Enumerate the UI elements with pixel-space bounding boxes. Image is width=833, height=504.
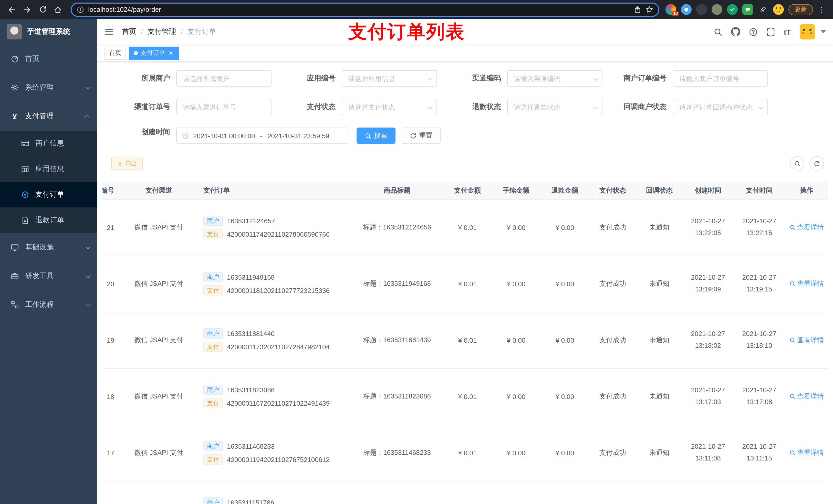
col-fee: 手续金额 <box>492 182 541 199</box>
view-detail-link[interactable]: 查看详情 <box>789 279 824 288</box>
sidebar-item-refund-order[interactable]: 退款订单 <box>0 208 97 233</box>
close-tab-icon[interactable] <box>168 50 174 56</box>
payment-submenu: 商户信息 应用信息 支付订单 <box>0 130 97 233</box>
cell-notify: 未通知 <box>636 368 682 425</box>
extension-icon[interactable] <box>696 4 707 15</box>
merchant-select[interactable] <box>176 70 271 87</box>
sidebar-toggle-icon[interactable] <box>104 27 114 37</box>
breadcrumb-home[interactable]: 首页 <box>122 27 136 37</box>
create-time-range-picker[interactable]: 2021-10-01 00:00:00 - 2021-10-31 23:59:5… <box>176 127 348 144</box>
header-search-icon[interactable] <box>714 27 722 36</box>
notify-status-select[interactable] <box>673 99 768 115</box>
cell-amount: ¥ 0.01 <box>443 312 492 368</box>
sidebar-item-system[interactable]: 系统管理 <box>0 73 97 102</box>
table-row: 20 微信 JSAPI 支付 商户1635311949168 支付4200001… <box>102 256 828 312</box>
font-size-icon[interactable]: tT <box>784 27 791 36</box>
cell-channel: 微信 JSAPI 支付 <box>120 368 197 425</box>
cell-notify <box>636 481 682 504</box>
view-detail-link[interactable]: 查看详情 <box>789 223 824 232</box>
reset-button[interactable]: 重置 <box>402 127 441 144</box>
breadcrumb: 首页 / 支付管理 / 支付订单 <box>122 27 216 37</box>
cell-channel: 微信 JSAPI 支付 <box>120 256 197 312</box>
cell-channel: 微信 JSAPI 支付 <box>120 481 197 504</box>
user-avatar[interactable] <box>800 24 815 40</box>
sidebar-item-app-info[interactable]: 应用信息 <box>0 156 97 182</box>
magnifier-icon <box>794 160 801 167</box>
sidebar-item-merchant-info[interactable]: 商户信息 <box>0 130 97 156</box>
sidebar-item-devtools[interactable]: 研发工具 <box>0 262 97 290</box>
share-icon[interactable] <box>634 6 641 13</box>
fullscreen-icon[interactable] <box>766 27 775 36</box>
merchant-order-no: 1635311151786 <box>227 499 274 504</box>
sidebar-item-infra[interactable]: 基础设施 <box>0 233 97 262</box>
pay-status-select[interactable] <box>342 99 437 115</box>
address-bar[interactable]: localhost:1024/pay/order <box>71 2 659 17</box>
browser-menu-icon[interactable]: ⋮ <box>818 5 826 14</box>
col-refund: 退款金额 <box>541 182 589 199</box>
search-button[interactable]: 搜索 <box>357 127 396 144</box>
cell-fee: ¥ 0.00 <box>492 199 541 256</box>
cell-refund: ¥ 0.00 <box>541 425 589 481</box>
extension-icon[interactable] <box>742 4 753 15</box>
gear-icon <box>10 83 19 92</box>
cell-refund: ¥ 0.00 <box>541 312 589 368</box>
github-icon[interactable] <box>731 27 740 37</box>
view-detail-link[interactable]: 查看详情 <box>789 392 824 401</box>
cell-action <box>785 481 828 504</box>
emoji-extension-icon[interactable] <box>773 4 784 15</box>
sidebar-item-home[interactable]: 首页 <box>0 45 97 73</box>
table-header-row: 编号 支付渠道 支付订单 商品标题 支付金额 手续金额 退款金额 支付状态 回调… <box>102 182 828 199</box>
chevron-down-icon <box>86 84 91 89</box>
merchant-tag: 商户 <box>204 441 223 451</box>
forward-icon[interactable] <box>21 3 34 16</box>
range-end: 2021-10-31 23:59:59 <box>267 132 329 140</box>
sidebar-item-workflow[interactable]: 工作流程 <box>0 290 97 319</box>
sidebar-item-pay-order[interactable]: 支付订单 <box>0 182 97 208</box>
view-detail-link[interactable]: 查看详情 <box>789 335 824 345</box>
extension-icon[interactable] <box>712 4 722 15</box>
app-select[interactable] <box>342 70 437 87</box>
channel-code-select[interactable] <box>507 70 602 87</box>
channel-order-no-input[interactable] <box>176 99 271 115</box>
reload-icon[interactable] <box>36 3 49 16</box>
url-text: localhost:1024/pay/order <box>88 6 161 13</box>
cell-status: 支付成功 <box>589 312 636 368</box>
filter-label: 应用编号 <box>277 74 342 83</box>
refresh-table-button[interactable] <box>809 156 824 171</box>
chevron-down-icon <box>86 273 91 278</box>
home-icon[interactable] <box>51 3 65 16</box>
cell-action: 查看详情 <box>785 256 828 312</box>
cell-action: 查看详情 <box>785 199 828 256</box>
extension-icon[interactable]: 10 <box>665 4 676 15</box>
tab-home[interactable]: 首页 <box>104 46 126 60</box>
cell-action: 查看详情 <box>785 312 828 368</box>
export-button[interactable]: 导出 <box>111 157 143 170</box>
browser-update-button[interactable]: 更新 <box>788 4 813 15</box>
extension-icon[interactable] <box>681 4 692 15</box>
extension-icon[interactable] <box>727 4 738 15</box>
range-separator: - <box>259 132 263 140</box>
cell-pay-time: 2021-10-27 13:17:08 <box>734 368 785 425</box>
toggle-search-button[interactable] <box>790 156 804 171</box>
cell-action: 查看详情 <box>785 368 828 425</box>
bookmark-star-icon[interactable] <box>645 6 653 13</box>
view-detail-link[interactable]: 查看详情 <box>789 448 824 457</box>
cell-notify: 未通知 <box>636 199 682 256</box>
refund-status-select[interactable] <box>507 99 602 115</box>
app-logo[interactable]: 芋道管理系统 <box>0 19 97 45</box>
sidebar-item-payment[interactable]: ¥ 支付管理 <box>0 102 97 130</box>
tab-pay-order[interactable]: 支付订单 <box>129 46 179 60</box>
merchant-order-no-input[interactable] <box>673 70 768 87</box>
table-row: 21 微信 JSAPI 支付 商户1635312124657 支付4200001… <box>102 199 828 256</box>
cell-id: 17 <box>102 425 120 481</box>
main-area: 首页 / 支付管理 / 支付订单 支付订单列表 <box>97 19 833 504</box>
back-icon[interactable] <box>5 3 19 16</box>
filter-row-2: 渠道订单号 支付状态 退款状态 <box>102 99 828 115</box>
breadcrumb-separator: / <box>181 28 183 36</box>
user-menu-caret-icon[interactable] <box>821 30 826 33</box>
pin-extension-icon[interactable] <box>758 4 768 15</box>
clock-icon <box>182 132 189 139</box>
pay-tag: 支付 <box>204 398 223 408</box>
breadcrumb-payment[interactable]: 支付管理 <box>147 27 176 37</box>
help-icon[interactable] <box>749 27 758 36</box>
